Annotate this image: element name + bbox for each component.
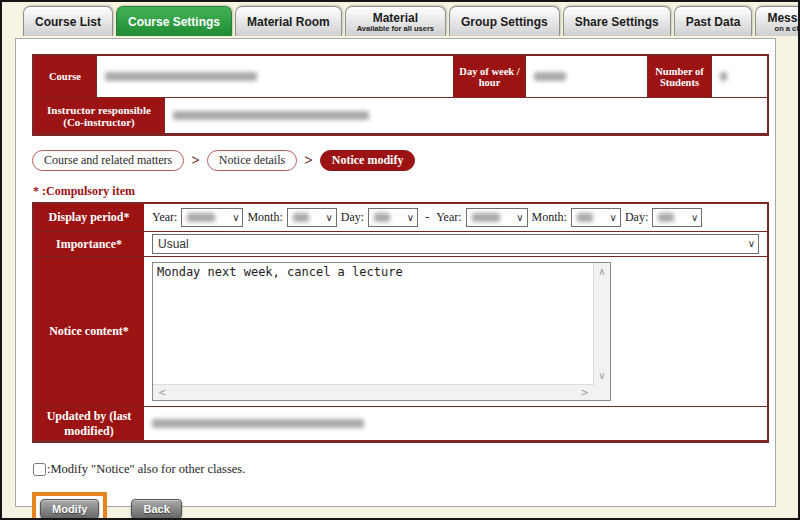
tab-material-room[interactable]: Material Room (235, 6, 342, 36)
notice-content-textarea[interactable]: Monday next week, cancel a lecture ∧ ∨ <… (152, 262, 611, 401)
end-month-label: Month: (532, 210, 567, 225)
chevron-down-icon: ∨ (691, 213, 698, 223)
end-year-redacted (472, 213, 500, 222)
importance-cell: Usual ∨ (144, 232, 767, 256)
tab-course-list[interactable]: Course List (23, 6, 113, 36)
scroll-down-icon[interactable]: ∨ (598, 370, 605, 381)
updated-by-row: Updated by (last modified) (34, 406, 767, 440)
instructor-header: Instructor responsible (Co-instructor) (34, 98, 164, 133)
compulsory-note: * :Compulsory item (33, 184, 759, 199)
notice-content-label: Notice content* (34, 257, 144, 406)
end-year-select[interactable]: ∨ (466, 208, 528, 227)
tab-message-sublabel: on a class (775, 25, 800, 33)
course-info-row-2: Instructor responsible (Co-instructor) (34, 97, 767, 133)
notice-content-row: Notice content* Monday next week, cancel… (34, 256, 767, 406)
start-day-redacted (374, 213, 390, 222)
tab-past-data[interactable]: Past Data (674, 6, 753, 36)
day-of-week-redacted (534, 72, 566, 81)
day-of-week-header: Day of week / hour (453, 56, 525, 97)
instructor-cell (164, 98, 767, 133)
end-month-redacted (577, 213, 593, 222)
display-period-row: Display period* Year: ∨ Month: ∨ Day: (34, 204, 767, 231)
start-year-select[interactable]: ∨ (181, 208, 243, 227)
back-button[interactable]: Back (131, 499, 181, 519)
breadcrumb-notice-modify: Notice modify (320, 150, 416, 171)
course-header: Course (34, 56, 96, 97)
number-of-students-cell (711, 56, 767, 97)
action-buttons: Modify Back (32, 492, 759, 520)
tab-message-on-class[interactable]: Message on a class (755, 6, 800, 36)
start-month-label: Month: (247, 210, 282, 225)
course-info-table: Course Day of week / hour Number of Stud… (32, 54, 769, 136)
importance-select[interactable]: Usual ∨ (152, 234, 759, 254)
importance-row: Importance* Usual ∨ (34, 231, 767, 256)
tab-course-settings[interactable]: Course Settings (116, 6, 232, 36)
chevron-down-icon: ∨ (610, 213, 617, 223)
course-name-redacted (105, 72, 257, 81)
end-day-redacted (658, 213, 674, 222)
breadcrumb: Course and related matters > Notice deta… (32, 149, 759, 172)
start-day-select[interactable]: ∨ (368, 208, 418, 227)
scroll-up-icon[interactable]: ∧ (598, 266, 605, 277)
start-year-label: Year: (152, 210, 177, 225)
display-period-cell: Year: ∨ Month: ∨ Day: ∨ - (144, 204, 767, 231)
notice-form-table: Display period* Year: ∨ Month: ∨ Day: (32, 202, 769, 443)
end-day-label: Day: (625, 210, 648, 225)
chevron-down-icon: ∨ (325, 213, 332, 223)
scroll-right-icon[interactable]: > (581, 387, 589, 398)
start-month-select[interactable]: ∨ (287, 208, 337, 227)
day-of-week-cell (525, 56, 647, 97)
chevron-right-icon: > (304, 152, 313, 169)
start-month-redacted (293, 213, 309, 222)
period-range-separator: - (422, 210, 432, 225)
tab-message-label: Message (767, 11, 800, 25)
chevron-down-icon: ∨ (407, 213, 414, 223)
chevron-down-icon: ∨ (516, 213, 523, 223)
tab-share-settings[interactable]: Share Settings (563, 6, 671, 36)
breadcrumb-notice-details[interactable]: Notice details (207, 150, 297, 171)
end-year-label: Year: (436, 210, 461, 225)
horizontal-scrollbar[interactable]: < > (153, 384, 594, 400)
instructor-redacted (173, 111, 369, 120)
chevron-down-icon: ∨ (232, 213, 239, 223)
updated-by-label: Updated by (last modified) (34, 407, 144, 440)
number-of-students-redacted (720, 72, 727, 81)
tab-group-settings[interactable]: Group Settings (449, 6, 560, 36)
tab-material-all-users[interactable]: Material Available for all users (345, 6, 446, 36)
tab-material-all-users-label: Material (373, 11, 418, 25)
importance-label: Importance* (34, 232, 144, 256)
course-name-cell (96, 56, 453, 97)
page: Course List Course Settings Material Roo… (0, 0, 800, 520)
scrollbar-corner (594, 384, 610, 400)
vertical-scrollbar[interactable]: ∧ ∨ (593, 263, 610, 384)
importance-selected-value: Usual (158, 237, 189, 251)
updated-by-cell (144, 407, 767, 440)
tab-bar: Course List Course Settings Material Roo… (23, 6, 800, 36)
start-year-redacted (187, 213, 215, 222)
tab-material-all-users-sublabel: Available for all users (357, 25, 434, 33)
updated-by-redacted (152, 419, 364, 428)
notice-content-text: Monday next week, cancel a lecture (157, 265, 590, 279)
start-day-label: Day: (341, 210, 364, 225)
breadcrumb-course-related[interactable]: Course and related matters (32, 150, 184, 171)
chevron-down-icon: ∨ (748, 239, 755, 249)
other-classes-option: :Modify "Notice" also for other classes. (33, 462, 759, 477)
modify-notice-other-classes-checkbox[interactable] (33, 463, 46, 476)
notice-content-cell: Monday next week, cancel a lecture ∧ ∨ <… (144, 257, 767, 406)
display-period-label: Display period* (34, 204, 144, 231)
modify-button[interactable]: Modify (40, 499, 99, 519)
number-of-students-header: Number of Students (647, 56, 711, 97)
course-info-row-1: Course Day of week / hour Number of Stud… (34, 56, 767, 97)
content-panel: Course Day of week / hour Number of Stud… (15, 38, 776, 507)
modify-button-highlight: Modify (32, 492, 107, 520)
end-month-select[interactable]: ∨ (571, 208, 621, 227)
modify-notice-other-classes-label: :Modify "Notice" also for other classes. (47, 462, 245, 477)
end-day-select[interactable]: ∨ (652, 208, 702, 227)
chevron-right-icon: > (191, 152, 200, 169)
scroll-left-icon[interactable]: < (158, 387, 166, 398)
